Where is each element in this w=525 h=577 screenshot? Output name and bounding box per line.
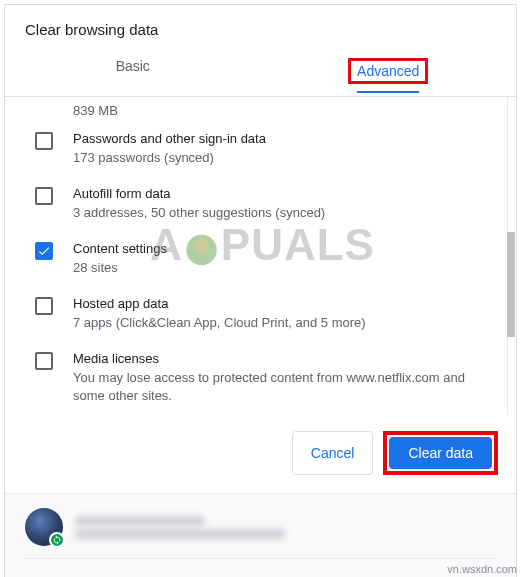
scrollbar[interactable] <box>507 97 515 415</box>
checkbox-hosted-app-data[interactable] <box>35 297 53 315</box>
scrollbar-thumb[interactable] <box>507 232 515 337</box>
options-list: 839 MB Passwords and other sign-in data … <box>5 97 508 415</box>
checkbox-content-settings[interactable] <box>35 242 53 260</box>
footer: To clear browsing data from this device … <box>5 493 516 577</box>
tab-basic[interactable]: Basic <box>5 48 261 96</box>
list-item: Autofill form data 3 addresses, 50 other… <box>5 177 507 232</box>
highlight-box: Clear data <box>383 431 498 475</box>
item-title: Passwords and other sign-in data <box>73 130 489 148</box>
item-subtitle: 173 passwords (synced) <box>73 149 489 167</box>
truncated-prev-item-sub: 839 MB <box>5 97 507 122</box>
profile-row <box>25 508 496 559</box>
list-item: Hosted app data 7 apps (Click&Clean App,… <box>5 287 507 342</box>
clear-browsing-data-dialog: Clear browsing data Basic Advanced 839 M… <box>4 4 517 577</box>
tab-bar: Basic Advanced <box>5 48 516 97</box>
item-subtitle: 3 addresses, 50 other suggestions (synce… <box>73 204 489 222</box>
item-subtitle: 7 apps (Click&Clean App, Cloud Print, an… <box>73 314 489 332</box>
tab-label: Basic <box>116 58 150 74</box>
dialog-actions: Cancel Clear data <box>5 415 516 493</box>
avatar <box>25 508 63 546</box>
list-item: Passwords and other sign-in data 173 pas… <box>5 122 507 177</box>
checkbox-media-licenses[interactable] <box>35 352 53 370</box>
list-item: Media licenses You may lose access to pr… <box>5 342 507 415</box>
cancel-button[interactable]: Cancel <box>292 431 374 475</box>
highlight-box: Advanced <box>348 58 428 84</box>
footer-text: To clear browsing data from this device … <box>25 573 496 577</box>
sync-badge-icon <box>49 532 65 548</box>
profile-info-redacted <box>75 513 496 542</box>
item-title: Autofill form data <box>73 185 489 203</box>
check-icon <box>37 244 51 258</box>
checkbox-passwords[interactable] <box>35 132 53 150</box>
item-title: Content settings <box>73 240 489 258</box>
item-subtitle: 28 sites <box>73 259 489 277</box>
checkbox-autofill[interactable] <box>35 187 53 205</box>
list-item: Content settings 28 sites <box>5 232 507 287</box>
source-label: vn.wsxdn.com <box>447 563 517 575</box>
item-title: Hosted app data <box>73 295 489 313</box>
item-title: Media licenses <box>73 350 489 368</box>
dialog-title: Clear browsing data <box>5 5 516 48</box>
tab-advanced[interactable]: Advanced <box>261 48 517 96</box>
tab-label: Advanced <box>357 63 419 93</box>
item-subtitle: You may lose access to protected content… <box>73 369 489 405</box>
clear-data-button[interactable]: Clear data <box>389 437 492 469</box>
